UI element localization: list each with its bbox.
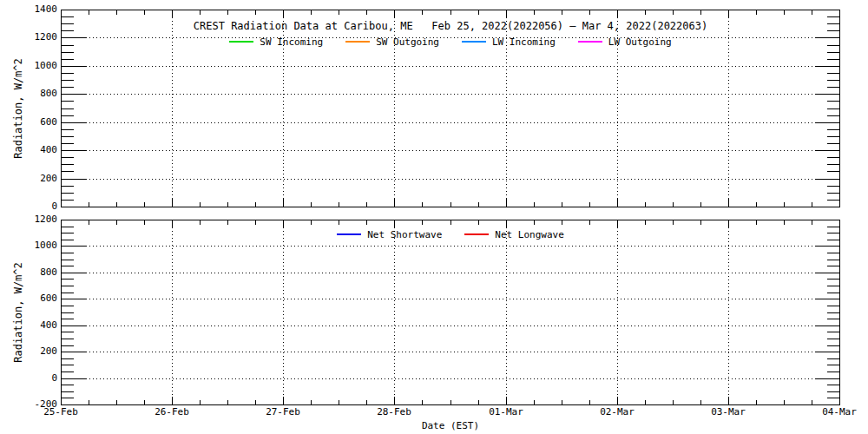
legend-line-swatch: [578, 41, 602, 43]
y-gridline: [62, 66, 839, 67]
y-tick-left: [62, 253, 74, 253]
x-tick-bottom: [422, 202, 423, 207]
y-tick-right: [827, 345, 839, 346]
x-tick-top: [839, 10, 840, 18]
y-tick-left: [62, 129, 74, 130]
y-tick-label: 600: [0, 117, 57, 128]
x-tick-bottom: [116, 400, 117, 404]
x-tick-bottom: [200, 202, 201, 207]
y-tick-right: [827, 115, 839, 116]
legend-label: Net Shortwave: [367, 229, 442, 240]
x-tick-bottom: [450, 400, 451, 404]
x-tick-top: [812, 10, 812, 15]
y-tick-left: [62, 108, 74, 109]
x-tick-top: [673, 220, 674, 225]
y-tick-right: [827, 129, 839, 130]
x-axis-label: Date (EST): [61, 420, 840, 431]
x-tick-top: [61, 220, 62, 228]
y-tick-right: [827, 293, 839, 293]
y-tick-right: [827, 136, 839, 137]
y-tick-right: [827, 286, 839, 286]
x-tick-top: [812, 220, 812, 225]
y-tick-left: [62, 365, 74, 365]
x-tick-bottom: [422, 400, 423, 404]
x-tick-top: [700, 10, 701, 15]
x-tick-label: 02-Mar: [587, 407, 648, 418]
y-tick-left: [62, 73, 74, 74]
x-tick-bottom: [812, 202, 812, 207]
x-tick-top: [589, 10, 590, 15]
y-tick-right: [827, 332, 839, 332]
x-gridline: [617, 10, 618, 207]
x-tick-top: [422, 220, 423, 225]
x-tick-bottom: [366, 202, 367, 207]
x-gridline: [394, 10, 395, 207]
x-tick-label: 25-Feb: [30, 407, 91, 418]
legend-item: Net Shortwave: [337, 229, 442, 240]
x-tick-bottom: [562, 202, 562, 207]
x-tick-bottom: [116, 202, 117, 207]
y-tick-left: [62, 186, 74, 187]
x-tick-bottom: [756, 400, 757, 404]
x-tick-top: [450, 10, 451, 15]
y-tick-right: [827, 339, 839, 339]
y-tick-left: [62, 136, 74, 137]
y-tick-left: [62, 286, 74, 286]
y-tick-right: [815, 10, 839, 10]
x-tick-top: [784, 10, 785, 15]
y-tick-left: [62, 240, 74, 240]
x-gridline: [506, 220, 507, 404]
y-tick-right: [827, 171, 839, 172]
y-tick-right: [827, 59, 839, 60]
y-tick-left: [62, 115, 74, 116]
x-tick-bottom: [784, 400, 785, 404]
x-tick-top: [700, 220, 701, 225]
x-tick-bottom: [478, 400, 479, 404]
legend-line-swatch: [337, 233, 361, 235]
x-tick-label: 03-Mar: [698, 407, 759, 418]
x-tick-bottom: [784, 202, 785, 207]
x-tick-top: [366, 10, 367, 15]
x-tick-top: [589, 220, 590, 225]
y-gridline: [62, 179, 839, 180]
y-tick-left: [62, 30, 74, 31]
y-tick-label: 1200: [0, 214, 57, 225]
x-tick-top: [784, 220, 785, 225]
y-tick-left: [62, 398, 74, 398]
x-tick-top: [311, 10, 312, 15]
x-tick-top: [311, 220, 312, 225]
bottom-panel-frame: [61, 220, 840, 405]
y-gridline: [62, 326, 839, 326]
x-tick-bottom: [311, 400, 312, 404]
y-tick-right: [827, 52, 839, 53]
y-tick-label: 200: [0, 346, 57, 357]
y-tick-label: 400: [0, 320, 57, 331]
y-tick-right: [827, 164, 839, 165]
y-tick-label: 1000: [0, 240, 57, 251]
y-tick-left: [62, 164, 74, 165]
x-tick-top: [645, 10, 646, 15]
x-tick-bottom: [450, 202, 451, 207]
x-tick-top: [645, 220, 646, 225]
x-tick-bottom: [61, 397, 62, 404]
y-gridline: [62, 94, 839, 95]
x-tick-bottom: [144, 400, 145, 404]
y-tick-left: [62, 16, 74, 17]
y-tick-right: [827, 253, 839, 253]
x-tick-bottom: [339, 400, 339, 404]
y-tick-left: [62, 200, 74, 201]
y-tick-right: [827, 193, 839, 194]
y-tick-label: 200: [0, 174, 57, 184]
y-tick-right: [827, 30, 839, 31]
x-gridline: [394, 220, 395, 404]
x-tick-bottom: [227, 202, 228, 207]
x-tick-top: [534, 220, 535, 225]
x-tick-top: [339, 10, 339, 15]
y-tick-right: [827, 73, 839, 74]
x-tick-top: [255, 220, 256, 225]
legend-line-swatch: [229, 41, 253, 43]
x-tick-bottom: [645, 202, 646, 207]
x-gridline: [617, 220, 618, 404]
y-tick-right: [827, 233, 839, 233]
y-tick-right: [827, 312, 839, 313]
